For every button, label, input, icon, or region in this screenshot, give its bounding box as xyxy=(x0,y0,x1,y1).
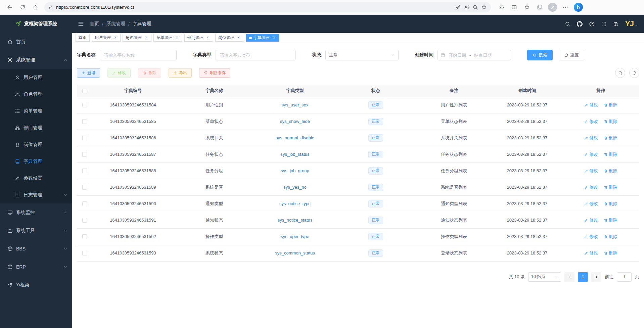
tab-menu-mgmt[interactable]: 菜单管理× xyxy=(153,34,182,42)
browser-home-button[interactable] xyxy=(30,2,41,13)
row-edit-button[interactable]: 修改 xyxy=(584,184,598,190)
row-delete-button[interactable]: 删除 xyxy=(604,217,617,223)
search-button[interactable]: 搜索 xyxy=(527,50,553,60)
tab-dept-mgmt[interactable]: 部门管理× xyxy=(184,34,213,42)
row-edit-button[interactable]: 修改 xyxy=(584,135,598,141)
collections-button[interactable] xyxy=(534,2,545,13)
row-edit-button[interactable]: 修改 xyxy=(584,102,598,108)
breadcrumb-system[interactable]: 系统管理 xyxy=(106,21,125,27)
profile-avatar[interactable] xyxy=(548,3,557,12)
dict-type-link[interactable]: sys_notice_type xyxy=(279,201,311,206)
row-checkbox[interactable] xyxy=(82,169,87,173)
sidebar-item-user-mgmt[interactable]: 用户管理 xyxy=(0,69,72,86)
dict-type-link[interactable]: sys_job_group xyxy=(281,168,309,173)
tab-dict-mgmt[interactable]: 字典管理× xyxy=(246,34,279,42)
row-delete-button[interactable]: 删除 xyxy=(604,119,617,125)
sidebar-item-system-mgmt[interactable]: 系统管理 xyxy=(0,51,72,69)
password-key-icon[interactable] xyxy=(455,4,461,10)
site-info-lock-icon[interactable] xyxy=(48,5,53,10)
sidebar-item-post-mgmt[interactable]: 岗位管理 xyxy=(0,136,72,153)
tab-home[interactable]: 首页 xyxy=(76,34,90,42)
date-range-picker[interactable]: - xyxy=(438,50,511,60)
reset-button[interactable]: 重置 xyxy=(559,50,584,60)
dict-type-link[interactable]: sys_normal_disable xyxy=(276,135,314,140)
export-button[interactable]: 导出 xyxy=(169,68,192,78)
dict-type-link[interactable]: sys_common_status xyxy=(275,250,315,255)
delete-button[interactable]: 删除 xyxy=(138,68,161,78)
dict-name-input[interactable] xyxy=(100,50,177,60)
close-icon[interactable]: × xyxy=(205,36,210,40)
row-edit-button[interactable]: 修改 xyxy=(584,217,598,223)
edit-button[interactable]: 修改 xyxy=(107,68,131,78)
read-aloud-icon[interactable] xyxy=(464,4,469,10)
close-icon[interactable]: × xyxy=(113,36,118,40)
favorites-add-star-icon[interactable] xyxy=(481,4,487,10)
sidebar-item-yi-framework[interactable]: Yi框架 xyxy=(0,276,72,294)
close-icon[interactable]: × xyxy=(272,36,276,40)
dict-type-link[interactable]: sys_user_sex xyxy=(282,102,308,107)
row-edit-button[interactable]: 修改 xyxy=(584,151,598,157)
row-checkbox[interactable] xyxy=(82,136,87,140)
split-screen-button[interactable] xyxy=(508,2,520,13)
browser-reload-button[interactable] xyxy=(17,2,28,13)
dict-type-link[interactable]: sys_job_status xyxy=(281,152,310,157)
breadcrumb-home[interactable]: 首页 xyxy=(90,21,99,27)
sidebar-item-role-mgmt[interactable]: 角色管理 xyxy=(0,86,72,103)
sidebar-item-erp[interactable]: ERP xyxy=(0,258,72,276)
sidebar-item-dict-mgmt[interactable]: 字典管理 xyxy=(0,153,72,170)
row-checkbox[interactable] xyxy=(82,152,87,157)
font-size-button[interactable] xyxy=(613,21,619,27)
row-checkbox[interactable] xyxy=(82,201,87,206)
address-bar[interactable]: https://ccnetcore.com:1101/system/dict xyxy=(44,2,491,12)
github-button[interactable] xyxy=(577,21,583,27)
copilot-icon[interactable]: b xyxy=(574,3,583,12)
row-checkbox[interactable] xyxy=(82,234,87,239)
row-edit-button[interactable]: 修改 xyxy=(584,119,598,125)
row-checkbox[interactable] xyxy=(82,185,87,190)
hamburger-menu[interactable] xyxy=(72,15,90,33)
row-edit-button[interactable]: 修改 xyxy=(584,234,598,240)
page-size-select[interactable]: 10条/页 xyxy=(528,272,561,282)
dict-type-link[interactable]: sys_show_hide xyxy=(280,119,310,124)
header-search-button[interactable] xyxy=(565,21,570,27)
sidebar-item-system-tools[interactable]: 系统工具 xyxy=(0,222,72,240)
row-delete-button[interactable]: 删除 xyxy=(604,234,617,240)
browser-menu-button[interactable] xyxy=(560,2,571,13)
sidebar-item-system-monitor[interactable]: 系统监控 xyxy=(0,203,72,222)
select-all-checkbox[interactable] xyxy=(82,89,87,93)
row-delete-button[interactable]: 删除 xyxy=(604,151,617,157)
dict-type-input[interactable] xyxy=(216,50,296,60)
refresh-cache-button[interactable]: 刷新缓存 xyxy=(199,68,230,78)
sidebar-item-dept-mgmt[interactable]: 部门管理 xyxy=(0,120,72,136)
row-delete-button[interactable]: 删除 xyxy=(604,201,617,207)
fullscreen-button[interactable] xyxy=(601,21,607,27)
row-checkbox[interactable] xyxy=(82,251,87,255)
dict-type-link[interactable]: sys_yes_no xyxy=(283,185,307,190)
close-icon[interactable]: × xyxy=(144,36,148,40)
dict-type-link[interactable]: sys_oper_type xyxy=(281,234,309,239)
tab-post-mgmt[interactable]: 岗位管理× xyxy=(215,34,244,42)
row-delete-button[interactable]: 删除 xyxy=(604,250,617,256)
toggle-search-button[interactable] xyxy=(615,68,625,78)
url-text[interactable]: https://ccnetcore.com:1101/system/dict xyxy=(56,5,452,10)
next-page-button[interactable] xyxy=(591,272,601,282)
tab-user-mgmt[interactable]: 用户管理× xyxy=(92,34,121,42)
row-delete-button[interactable]: 删除 xyxy=(604,102,617,108)
favorites-button[interactable] xyxy=(521,2,533,13)
add-button[interactable]: 新增 xyxy=(77,68,100,78)
close-icon[interactable]: × xyxy=(175,36,179,40)
row-checkbox[interactable] xyxy=(82,218,87,223)
browser-back-button[interactable] xyxy=(4,2,15,13)
extensions-button[interactable] xyxy=(496,2,507,13)
zoom-out-icon[interactable] xyxy=(472,4,478,10)
tab-role-mgmt[interactable]: 角色管理× xyxy=(123,34,151,42)
dict-type-link[interactable]: sys_notice_status xyxy=(278,218,312,223)
sidebar-item-param-settings[interactable]: 参数设置 xyxy=(0,170,72,187)
sidebar-item-home[interactable]: 首页 xyxy=(0,33,72,51)
row-checkbox[interactable] xyxy=(82,119,87,124)
sidebar-item-menu-mgmt[interactable]: 菜单管理 xyxy=(0,103,72,120)
app-logo[interactable]: 意框架管理系统 xyxy=(0,15,72,33)
status-select[interactable]: 正常 xyxy=(325,50,399,60)
refresh-table-button[interactable] xyxy=(629,68,639,78)
row-edit-button[interactable]: 修改 xyxy=(584,250,598,256)
